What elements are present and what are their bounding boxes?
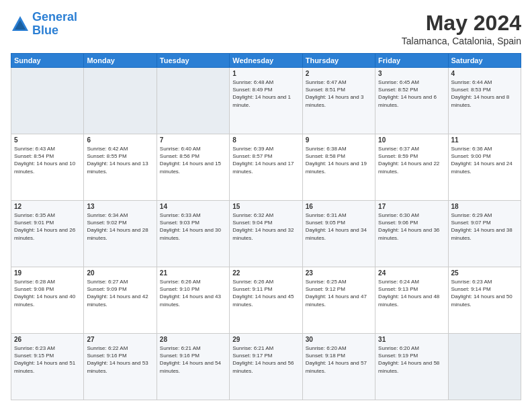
day-cell: 10 Sunrise: 6:37 AMSunset: 8:59 PMDaylig…: [375, 134, 448, 201]
day-cell: 24 Sunrise: 6:24 AMSunset: 9:13 PMDaylig…: [375, 267, 448, 334]
day-cell: 30 Sunrise: 6:20 AMSunset: 9:18 PMDaylig…: [302, 334, 375, 400]
day-number: 8: [232, 136, 299, 144]
logo: General Blue: [11, 11, 77, 38]
day-info: Sunrise: 6:20 AMSunset: 9:18 PMDaylight:…: [306, 345, 367, 374]
day-cell: 18 Sunrise: 6:29 AMSunset: 9:07 PMDaylig…: [448, 201, 521, 267]
day-number: 22: [232, 269, 299, 277]
col-header-monday: Monday: [84, 54, 157, 68]
day-number: 29: [232, 336, 299, 343]
day-info: Sunrise: 6:28 AMSunset: 9:08 PMDaylight:…: [14, 279, 75, 308]
header: General Blue May 2024 Talamanca, Catalon…: [11, 11, 521, 46]
day-info: Sunrise: 6:36 AMSunset: 9:00 PMDaylight:…: [451, 146, 513, 175]
day-cell: 4 Sunrise: 6:44 AMSunset: 8:53 PMDayligh…: [448, 68, 521, 134]
day-number: 18: [451, 203, 518, 210]
col-header-tuesday: Tuesday: [157, 54, 229, 68]
day-cell: 7 Sunrise: 6:40 AMSunset: 8:56 PMDayligh…: [157, 134, 229, 201]
day-cell: 1 Sunrise: 6:48 AMSunset: 8:49 PMDayligh…: [230, 68, 302, 134]
day-number: 16: [306, 203, 372, 210]
day-number: 26: [14, 336, 81, 343]
col-header-sunday: Sunday: [11, 54, 84, 68]
day-number: 10: [378, 136, 445, 144]
day-number: 3: [378, 70, 445, 77]
day-number: 23: [306, 269, 372, 277]
logo-icon: [11, 15, 30, 34]
day-info: Sunrise: 6:34 AMSunset: 9:02 PMDaylight:…: [87, 212, 148, 241]
day-cell: 19 Sunrise: 6:28 AMSunset: 9:08 PMDaylig…: [11, 267, 84, 334]
col-header-wednesday: Wednesday: [230, 54, 302, 68]
col-header-thursday: Thursday: [302, 54, 375, 68]
day-cell: 16 Sunrise: 6:31 AMSunset: 9:05 PMDaylig…: [302, 201, 375, 267]
day-cell: 5 Sunrise: 6:43 AMSunset: 8:54 PMDayligh…: [11, 134, 84, 201]
day-cell: 31 Sunrise: 6:20 AMSunset: 9:19 PMDaylig…: [375, 334, 448, 400]
day-number: 31: [378, 336, 445, 343]
day-info: Sunrise: 6:43 AMSunset: 8:54 PMDaylight:…: [14, 146, 75, 175]
day-info: Sunrise: 6:45 AMSunset: 8:52 PMDaylight:…: [378, 79, 437, 108]
day-info: Sunrise: 6:32 AMSunset: 9:04 PMDaylight:…: [232, 212, 294, 241]
day-info: Sunrise: 6:39 AMSunset: 8:57 PMDaylight:…: [232, 146, 294, 175]
day-cell: 14 Sunrise: 6:33 AMSunset: 9:03 PMDaylig…: [157, 201, 229, 267]
day-info: Sunrise: 6:42 AMSunset: 8:55 PMDaylight:…: [87, 146, 148, 175]
day-info: Sunrise: 6:47 AMSunset: 8:51 PMDaylight:…: [306, 79, 364, 108]
day-cell: 27 Sunrise: 6:22 AMSunset: 9:16 PMDaylig…: [84, 334, 157, 400]
day-info: Sunrise: 6:31 AMSunset: 9:05 PMDaylight:…: [306, 212, 367, 241]
day-cell: 11 Sunrise: 6:36 AMSunset: 9:00 PMDaylig…: [448, 134, 521, 201]
day-info: Sunrise: 6:26 AMSunset: 9:11 PMDaylight:…: [232, 279, 294, 308]
day-info: Sunrise: 6:24 AMSunset: 9:13 PMDaylight:…: [378, 279, 439, 308]
day-number: 24: [378, 269, 445, 277]
logo-line1: General: [32, 10, 77, 24]
day-cell: 22 Sunrise: 6:26 AMSunset: 9:11 PMDaylig…: [230, 267, 302, 334]
day-cell: 12 Sunrise: 6:35 AMSunset: 9:01 PMDaylig…: [11, 201, 84, 267]
day-number: 21: [160, 269, 226, 277]
day-number: 14: [160, 203, 226, 210]
day-number: 11: [451, 136, 518, 144]
day-cell: 23 Sunrise: 6:25 AMSunset: 9:12 PMDaylig…: [302, 267, 375, 334]
day-number: 4: [451, 70, 518, 77]
day-cell: 3 Sunrise: 6:45 AMSunset: 8:52 PMDayligh…: [375, 68, 448, 134]
day-number: 17: [378, 203, 445, 210]
day-number: 13: [87, 203, 153, 210]
day-info: Sunrise: 6:21 AMSunset: 9:16 PMDaylight:…: [160, 345, 221, 374]
day-info: Sunrise: 6:27 AMSunset: 9:09 PMDaylight:…: [87, 279, 148, 308]
day-cell: [11, 68, 84, 134]
week-row-3: 12 Sunrise: 6:35 AMSunset: 9:01 PMDaylig…: [11, 201, 521, 267]
day-cell: [448, 334, 521, 400]
day-info: Sunrise: 6:33 AMSunset: 9:03 PMDaylight:…: [160, 212, 221, 241]
day-number: 28: [160, 336, 226, 343]
location: Talamanca, Catalonia, Spain: [402, 36, 521, 46]
day-cell: 28 Sunrise: 6:21 AMSunset: 9:16 PMDaylig…: [157, 334, 229, 400]
day-cell: 6 Sunrise: 6:42 AMSunset: 8:55 PMDayligh…: [84, 134, 157, 201]
day-cell: 26 Sunrise: 6:23 AMSunset: 9:15 PMDaylig…: [11, 334, 84, 400]
day-number: 25: [451, 269, 518, 277]
day-number: 6: [87, 136, 153, 144]
calendar-table: SundayMondayTuesdayWednesdayThursdayFrid…: [11, 53, 521, 400]
day-number: 1: [232, 70, 299, 77]
day-cell: 8 Sunrise: 6:39 AMSunset: 8:57 PMDayligh…: [230, 134, 302, 201]
day-info: Sunrise: 6:23 AMSunset: 9:15 PMDaylight:…: [14, 345, 75, 374]
day-cell: 13 Sunrise: 6:34 AMSunset: 9:02 PMDaylig…: [84, 201, 157, 267]
day-number: 2: [306, 70, 372, 77]
day-number: 19: [14, 269, 81, 277]
calendar: SundayMondayTuesdayWednesdayThursdayFrid…: [11, 53, 521, 400]
day-cell: 17 Sunrise: 6:30 AMSunset: 9:06 PMDaylig…: [375, 201, 448, 267]
day-info: Sunrise: 6:37 AMSunset: 8:59 PMDaylight:…: [378, 146, 439, 175]
week-row-1: 1 Sunrise: 6:48 AMSunset: 8:49 PMDayligh…: [11, 68, 521, 134]
week-row-4: 19 Sunrise: 6:28 AMSunset: 9:08 PMDaylig…: [11, 267, 521, 334]
day-info: Sunrise: 6:29 AMSunset: 9:07 PMDaylight:…: [451, 212, 513, 241]
day-number: 27: [87, 336, 153, 343]
day-number: 30: [306, 336, 372, 343]
day-cell: 20 Sunrise: 6:27 AMSunset: 9:09 PMDaylig…: [84, 267, 157, 334]
day-info: Sunrise: 6:21 AMSunset: 9:17 PMDaylight:…: [232, 345, 294, 374]
day-info: Sunrise: 6:48 AMSunset: 8:49 PMDaylight:…: [232, 79, 291, 108]
header-row: SundayMondayTuesdayWednesdayThursdayFrid…: [11, 54, 521, 68]
day-cell: [157, 68, 229, 134]
day-number: 20: [87, 269, 153, 277]
day-cell: 9 Sunrise: 6:38 AMSunset: 8:58 PMDayligh…: [302, 134, 375, 201]
day-info: Sunrise: 6:22 AMSunset: 9:16 PMDaylight:…: [87, 345, 148, 374]
logo-line2: Blue: [32, 24, 58, 37]
day-number: 15: [232, 203, 299, 210]
day-info: Sunrise: 6:25 AMSunset: 9:12 PMDaylight:…: [306, 279, 367, 308]
day-cell: [84, 68, 157, 134]
day-info: Sunrise: 6:38 AMSunset: 8:58 PMDaylight:…: [306, 146, 367, 175]
month-year: May 2024: [402, 11, 521, 36]
day-cell: 21 Sunrise: 6:26 AMSunset: 9:10 PMDaylig…: [157, 267, 229, 334]
